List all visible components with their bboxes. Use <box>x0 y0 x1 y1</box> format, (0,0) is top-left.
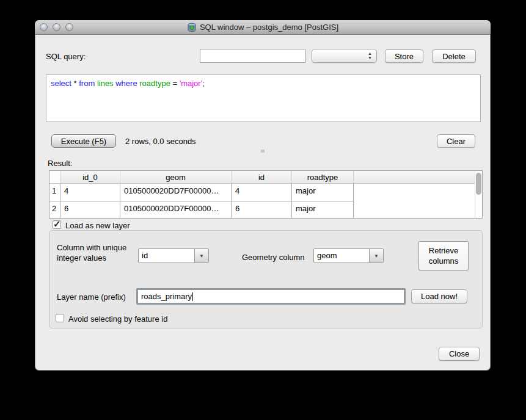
cell-roadtype[interactable]: major <box>292 201 354 219</box>
query-name-input[interactable] <box>200 49 305 63</box>
avoid-selecting-checkbox[interactable] <box>56 314 64 322</box>
sql-token: * <box>74 79 79 88</box>
load-now-button[interactable]: Load now! <box>411 289 467 303</box>
sql-query-label: SQL query: <box>46 52 86 61</box>
title-bar[interactable]: SQL window – postgis_demo [PostGIS] <box>35 20 491 35</box>
sql-token: from <box>79 79 97 88</box>
column-header-roadtype[interactable]: roadtype <box>292 171 354 183</box>
clear-button[interactable]: Clear <box>437 134 475 148</box>
row-number[interactable]: 1 <box>49 184 60 201</box>
cell-id_0[interactable]: 4 <box>60 184 120 201</box>
avoid-selecting-label: Avoid selecting by feature id <box>68 314 167 324</box>
cell-geom[interactable]: 0105000020DD7F00000… <box>120 201 232 219</box>
close-window-button[interactable] <box>40 23 48 31</box>
cell-geom[interactable]: 0105000020DD7F00000… <box>120 184 232 201</box>
window-title: SQL window – postgis_demo [PostGIS] <box>200 23 338 32</box>
sql-token: ; <box>202 79 205 88</box>
table-row: 2 6 0105000020DD7F00000… 6 major <box>49 201 482 219</box>
sql-token: 'major' <box>180 79 202 88</box>
sql-window: SQL window – postgis_demo [PostGIS] SQL … <box>35 20 491 371</box>
layer-name-input[interactable]: roads_primary <box>136 288 406 305</box>
row-number[interactable]: 2 <box>49 201 60 219</box>
header-corner <box>49 171 60 183</box>
sql-token: where <box>115 79 139 88</box>
table-row: 1 4 0105000020DD7F00000… 4 major <box>49 184 482 201</box>
cursor-artifact <box>261 150 265 153</box>
header-filler <box>354 171 482 183</box>
execute-button[interactable]: Execute (F5) <box>51 134 116 148</box>
sql-token: select <box>51 79 74 88</box>
minimize-window-button[interactable] <box>53 23 60 31</box>
store-button[interactable]: Store <box>385 49 423 63</box>
table-vertical-scrollbar[interactable] <box>475 171 482 218</box>
load-options-group: Column with unique integer values id ▼ G… <box>49 230 483 328</box>
unique-column-combobox[interactable]: id ▼ <box>138 248 209 263</box>
cell-id[interactable]: 4 <box>232 184 292 201</box>
sql-token: = <box>172 79 179 88</box>
retrieve-columns-button[interactable]: Retrieve columns <box>418 241 469 270</box>
zoom-window-button[interactable] <box>65 23 73 31</box>
sql-editor[interactable]: select * from lines where roadtype = 'ma… <box>46 74 481 122</box>
column-header-id[interactable]: id <box>232 171 292 183</box>
delete-button[interactable]: Delete <box>432 49 476 63</box>
column-header-id_0[interactable]: id_0 <box>60 171 120 183</box>
text-caret <box>192 292 193 301</box>
unique-column-label: Column with unique integer values <box>57 242 142 263</box>
geometry-column-combobox[interactable]: geom ▼ <box>313 248 384 263</box>
saved-queries-dropdown[interactable]: ▲▼ <box>312 49 377 63</box>
sql-token: lines <box>97 79 115 88</box>
load-as-new-layer-checkbox[interactable] <box>53 220 61 229</box>
chevron-down-icon[interactable]: ▼ <box>369 249 383 262</box>
postgis-database-icon <box>187 23 197 32</box>
close-button[interactable]: Close <box>439 347 480 361</box>
cell-id[interactable]: 6 <box>232 201 292 219</box>
geometry-column-label: Geometry column <box>242 253 305 262</box>
cell-roadtype[interactable]: major <box>292 184 354 201</box>
stepper-arrows-icon: ▲▼ <box>368 51 372 60</box>
sql-token: roadtype <box>139 79 172 88</box>
load-as-new-layer-label: Load as new layer <box>65 221 130 230</box>
query-status-text: 2 rows, 0.0 seconds <box>125 137 196 146</box>
column-header-geom[interactable]: geom <box>120 171 232 183</box>
chevron-down-icon[interactable]: ▼ <box>194 249 208 262</box>
result-table: id_0 geom id roadtype 1 4 0105000020DD7F… <box>49 170 483 219</box>
cell-id_0[interactable]: 6 <box>60 201 120 219</box>
scrollbar-thumb[interactable] <box>476 173 481 195</box>
layer-name-label: Layer name (prefix) <box>57 292 126 302</box>
result-label: Result: <box>48 159 72 168</box>
result-table-header: id_0 geom id roadtype <box>49 171 482 184</box>
